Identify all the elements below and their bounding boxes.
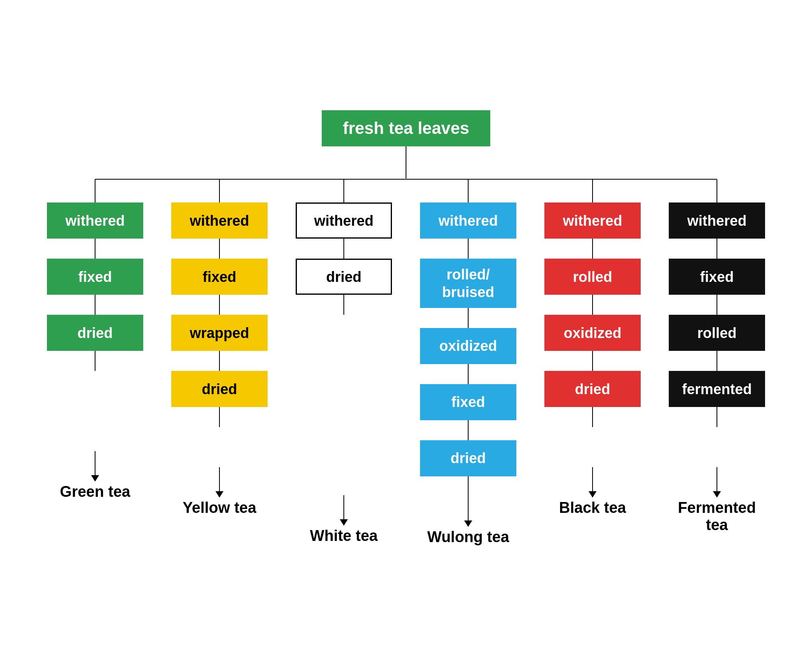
green-arrow [91, 451, 99, 482]
wulong-step-3: oxidized [420, 328, 516, 364]
wulong-step-2: rolled/bruised [420, 259, 516, 308]
yellow-step-4: dried [171, 371, 268, 407]
black-arrow [589, 467, 597, 498]
root-node: fresh tea leaves [322, 110, 490, 146]
fermented-label: Fermented tea [678, 499, 756, 534]
diagram: fresh tea leaves withered fixed [9, 86, 803, 569]
columns-area: withered fixed dried Green tea withered … [33, 202, 779, 545]
black-step-1: withered [544, 202, 641, 239]
wulong-arrow [464, 496, 472, 527]
fermented-step-1: withered [669, 202, 765, 239]
white-step-1: withered [296, 202, 392, 239]
white-label: White tea [310, 527, 378, 545]
green-step-1: withered [47, 202, 143, 239]
wulong-step-4: fixed [420, 384, 516, 420]
white-arrow [340, 495, 348, 526]
black-step-4: dried [544, 371, 641, 407]
wulong-label: Wulong tea [427, 528, 509, 546]
col-fermented: withered fixed rolled fermented Fermente… [655, 202, 779, 534]
fermented-step-4: fermented [669, 371, 765, 407]
col-black: withered rolled oxidized dried Black tea [530, 202, 655, 516]
col-green: withered fixed dried Green tea [33, 202, 157, 500]
white-step-2: dried [296, 259, 392, 295]
green-label: Green tea [60, 483, 130, 500]
wulong-step-5: dried [420, 440, 516, 476]
yellow-step-2: fixed [171, 259, 268, 295]
col-yellow: withered fixed wrapped dried Yellow tea [157, 202, 282, 516]
black-label: Black tea [559, 499, 626, 516]
top-section: fresh tea leaves withered fixed [17, 110, 795, 545]
black-step-3: oxidized [544, 315, 641, 351]
yellow-arrow [215, 467, 223, 498]
black-step-2: rolled [544, 259, 641, 295]
green-step-2: fixed [47, 259, 143, 295]
fermented-step-2: fixed [669, 259, 765, 295]
fermented-arrow [713, 467, 721, 498]
col-white: withered dried White tea [282, 202, 406, 545]
fermented-step-3: rolled [669, 315, 765, 351]
branch-svg [33, 178, 779, 202]
yellow-step-3: wrapped [171, 315, 268, 351]
yellow-step-1: withered [171, 202, 268, 239]
wulong-step-1: withered [420, 202, 516, 239]
green-step-3: dried [47, 315, 143, 351]
col-wulong: withered rolled/bruised oxidized fixed d… [406, 202, 530, 545]
yellow-label: Yellow tea [183, 499, 256, 516]
